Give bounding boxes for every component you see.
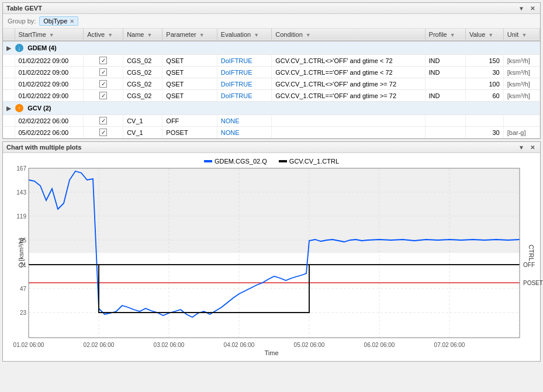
group-by-remove-button[interactable]: ✕ (70, 18, 74, 25)
row-unit: [ksm³/h] (503, 67, 539, 78)
table-pin-button[interactable]: ▼ (517, 5, 526, 12)
th-unit[interactable]: Unit ▼ (503, 29, 539, 41)
th-profile[interactable]: Profile ▼ (425, 29, 465, 41)
row-evaluation[interactable]: DoIFTRUE (217, 90, 272, 102)
th-evaluation[interactable]: Evaluation ▼ (217, 29, 272, 41)
row-active[interactable]: ✓ (84, 55, 123, 67)
legend-item-gdem: GDEM.CGS_02.Q (204, 158, 267, 165)
chart-close-button[interactable]: ✕ (528, 144, 537, 151)
row-active[interactable]: ✓ (84, 115, 123, 127)
svg-text:143: 143 (16, 189, 26, 196)
table-close-button[interactable]: ✕ (528, 5, 537, 12)
expand-icon[interactable]: ▶ (6, 45, 11, 51)
active-checkbox[interactable]: ✓ (99, 117, 107, 124)
row-indent (3, 127, 15, 138)
legend-label-gcv: GCV.CV_1.CTRL (289, 158, 339, 165)
legend-label-gdem: GDEM.CGS_02.Q (215, 158, 267, 165)
table-row[interactable]: 01/02/2022 09:00 ✓ CGS_02 QSET DoIFTRUE … (3, 55, 540, 67)
row-evaluation[interactable]: DoIFTRUE (217, 55, 272, 67)
row-unit: [bar-g] (503, 127, 539, 138)
row-evaluation[interactable]: NONE (217, 127, 272, 138)
th-name[interactable]: Name ▼ (123, 29, 162, 41)
y-axis-label: Q [ksm³/h] (18, 238, 25, 268)
row-profile: IND (425, 55, 465, 67)
table-window-controls: ▼ ✕ (517, 5, 537, 12)
svg-text:167: 167 (16, 165, 26, 172)
row-evaluation[interactable]: NONE (217, 115, 272, 127)
row-starttime: 01/02/2022 09:00 (15, 78, 84, 90)
row-value: 30 (465, 67, 503, 78)
svg-text:POSET: POSET (523, 280, 543, 286)
row-evaluation[interactable]: DoIFTRUE (217, 78, 272, 90)
row-profile: IND (425, 90, 465, 102)
row-name: CGS_02 (123, 90, 162, 102)
chart-window: Chart with multiple plots ▼ ✕ GDEM.CGS_0… (2, 141, 541, 362)
group-row[interactable]: ▶ ↓ GDEM (4) (3, 41, 540, 55)
table-row[interactable]: 02/02/2022 06:00 ✓ CV_1 OFF NONE (3, 115, 540, 127)
table-window: Table GEVT ▼ ✕ Group by: ObjType ✕ Start… (2, 2, 541, 139)
chart-legend: GDEM.CGS_02.Q GCV.CV_1.CTRL (8, 158, 535, 165)
row-value (465, 115, 503, 127)
row-unit: [ksm³/h] (503, 55, 539, 67)
row-active[interactable]: ✓ (84, 78, 123, 90)
row-parameter: QSET (162, 90, 217, 102)
table-row[interactable]: 01/02/2022 09:00 ✓ CGS_02 QSET DoIFTRUE … (3, 78, 540, 90)
row-parameter: QSET (162, 67, 217, 78)
th-condition[interactable]: Condition ▼ (272, 29, 425, 41)
chart-pin-button[interactable]: ▼ (517, 144, 526, 151)
group-icon: ↑ (15, 104, 23, 112)
table-row[interactable]: 05/02/2022 06:00 ✓ CV_1 POSET NONE 30 [b… (3, 127, 540, 138)
chart-title-bar: Chart with multiple plots ▼ ✕ (3, 142, 540, 153)
legend-item-gcv: GCV.CV_1.CTRL (279, 158, 339, 165)
row-profile: IND (425, 67, 465, 78)
svg-text:05.02 06:00: 05.02 06:00 (294, 342, 325, 348)
y-axis-right-label: CTRL (528, 245, 535, 262)
row-active[interactable]: ✓ (84, 127, 123, 138)
table-title-text: Table GEVT (6, 5, 42, 12)
row-evaluation[interactable]: DoIFTRUE (217, 67, 272, 78)
group-row-cell: ▶ ↓ GDEM (4) (3, 41, 540, 55)
svg-text:03.02 06:00: 03.02 06:00 (154, 342, 185, 348)
table-row[interactable]: 01/02/2022 09:00 ✓ CGS_02 QSET DoIFTRUE … (3, 67, 540, 78)
svg-text:04.02 06:00: 04.02 06:00 (224, 342, 255, 348)
row-condition: GCV.CV_1.CTRL<>'OFF' and gtime >= 72 (272, 78, 425, 90)
chart-plot-area: Q [ksm³/h] CTRL (8, 168, 535, 338)
table-row[interactable]: 01/02/2022 09:00 ✓ CGS_02 QSET DoIFTRUE … (3, 90, 540, 102)
active-checkbox[interactable]: ✓ (99, 68, 107, 76)
row-indent (3, 67, 15, 78)
row-unit (503, 115, 539, 127)
group-by-bar: Group by: ObjType ✕ (3, 14, 540, 29)
row-unit: [ksm³/h] (503, 78, 539, 90)
chart-svg: 167 143 119 95 71 47 23 01.02 06:00 02.0… (29, 168, 520, 338)
row-active[interactable]: ✓ (84, 67, 123, 78)
svg-text:OFF: OFF (523, 262, 535, 268)
group-by-label: Group by: (8, 18, 36, 25)
th-parameter[interactable]: Parameter ▼ (162, 29, 217, 41)
row-value: 100 (465, 78, 503, 90)
chart-window-controls: ▼ ✕ (517, 144, 537, 151)
row-value: 150 (465, 55, 503, 67)
th-starttime[interactable]: StartTime ▼ (15, 29, 84, 41)
group-row[interactable]: ▶ ↑ GCV (2) (3, 102, 540, 115)
active-checkbox[interactable]: ✓ (99, 57, 107, 64)
expand-icon[interactable]: ▶ (6, 105, 11, 112)
active-checkbox[interactable]: ✓ (99, 80, 107, 88)
th-active[interactable]: Active ▼ (84, 29, 123, 41)
row-parameter: QSET (162, 55, 217, 67)
group-name: GDEM (4) (27, 44, 57, 51)
row-starttime: 01/02/2022 09:00 (15, 90, 84, 102)
group-row-cell: ▶ ↑ GCV (2) (3, 102, 540, 115)
row-starttime: 01/02/2022 09:00 (15, 67, 84, 78)
row-value: 30 (465, 127, 503, 138)
row-name: CGS_02 (123, 78, 162, 90)
svg-text:01.02 06:00: 01.02 06:00 (13, 342, 44, 348)
active-checkbox[interactable]: ✓ (99, 129, 107, 136)
row-active[interactable]: ✓ (84, 90, 123, 102)
th-value[interactable]: Value ▼ (465, 29, 503, 41)
svg-text:06.02 06:00: 06.02 06:00 (364, 342, 395, 348)
active-checkbox[interactable]: ✓ (99, 92, 107, 99)
legend-color-black (279, 160, 287, 162)
group-by-tag-text: ObjType (43, 18, 67, 25)
row-parameter: OFF (162, 115, 217, 127)
svg-text:119: 119 (16, 213, 26, 220)
